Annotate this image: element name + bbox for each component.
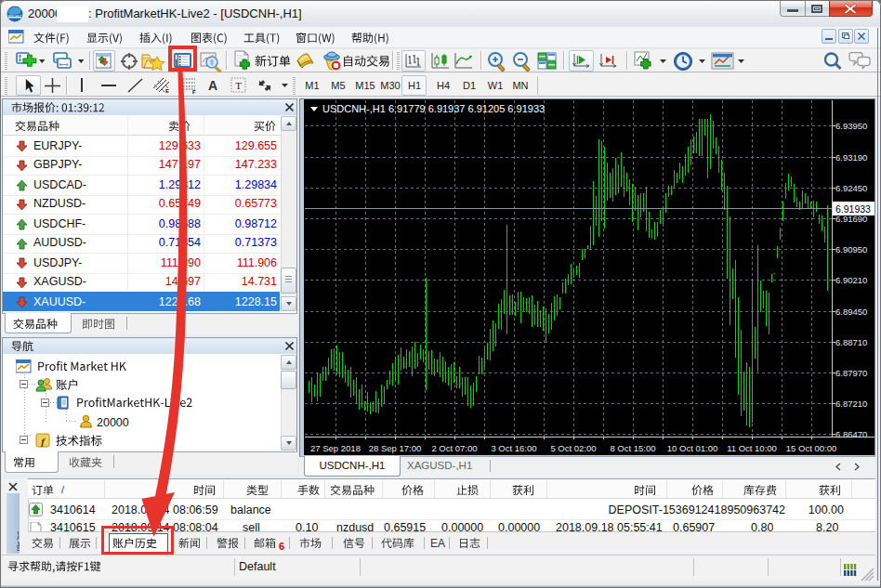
svg-text:6.91933: 6.91933: [835, 203, 871, 215]
svg-text:6.90950: 6.90950: [835, 244, 867, 255]
svg-text:2 Oct 07:00: 2 Oct 07:00: [431, 443, 477, 453]
svg-text:T: T: [235, 80, 242, 91]
svg-text:F: F: [192, 89, 196, 95]
svg-text:28 Sep 17:00: 28 Sep 17:00: [369, 443, 422, 453]
svg-text:6.88710: 6.88710: [835, 337, 867, 347]
svg-text:5 Oct 02:00: 5 Oct 02:00: [550, 443, 596, 453]
svg-text:6.89450: 6.89450: [835, 307, 867, 317]
svg-text:6.87970: 6.87970: [835, 368, 867, 378]
svg-text:USDCNH-,H1 6.91779 6.91937 6.: USDCNH-,H1 6.91779 6.91937 6.91205 6.919…: [322, 103, 545, 114]
svg-text:6.92450: 6.92450: [835, 183, 867, 193]
svg-text:E: E: [165, 88, 169, 94]
svg-text:11 Oct 10:00: 11 Oct 10:00: [727, 443, 777, 453]
svg-text:27 Sep 2018: 27 Sep 2018: [310, 443, 361, 453]
svg-text:6.93950: 6.93950: [835, 121, 867, 131]
svg-text:8 Oct 15:00: 8 Oct 15:00: [610, 443, 655, 453]
svg-text:6.93190: 6.93190: [835, 152, 867, 163]
svg-text:10 Oct 01:00: 10 Oct 01:00: [667, 443, 717, 453]
svg-text:6.87210: 6.87210: [835, 399, 867, 409]
svg-text:PROFIT: PROFIT: [8, 14, 22, 19]
svg-text:6.86470: 6.86470: [835, 429, 867, 439]
svg-text:6.90210: 6.90210: [835, 275, 867, 285]
svg-text:3 Oct 16:00: 3 Oct 16:00: [491, 443, 536, 453]
svg-text:15 Oct 00:00: 15 Oct 00:00: [786, 443, 836, 453]
